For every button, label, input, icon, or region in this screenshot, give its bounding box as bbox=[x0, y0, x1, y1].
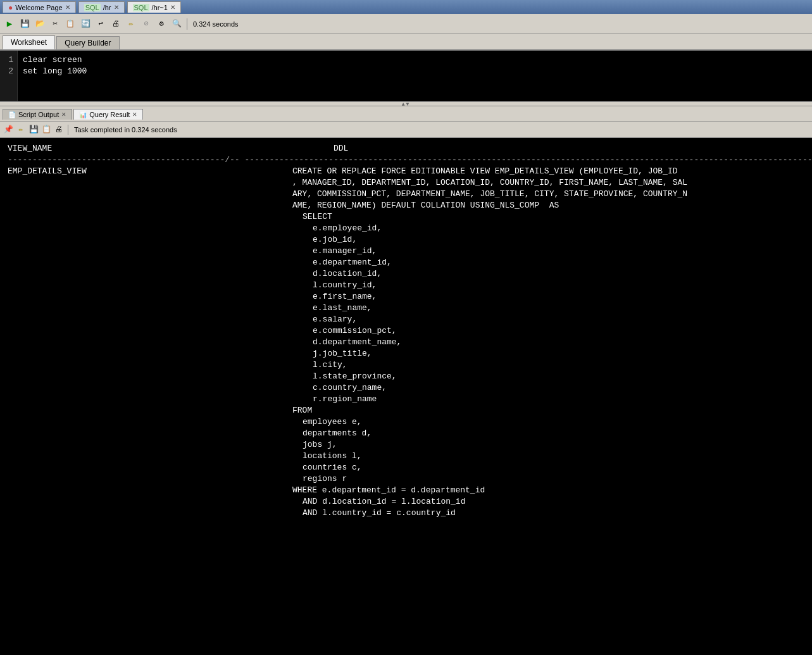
welcome-tab-label: Welcome Page bbox=[15, 4, 62, 11]
sql-line-1: clear screen bbox=[23, 54, 807, 66]
ddl-country-id: l.country_id, bbox=[8, 280, 804, 291]
close-query-result[interactable]: ✕ bbox=[132, 111, 137, 118]
welcome-icon: ● bbox=[8, 3, 13, 12]
result-area[interactable]: VIEW_NAME DDL --------------------------… bbox=[0, 138, 812, 655]
output-copy-button[interactable]: 📋 bbox=[41, 124, 52, 135]
edit-icon: ✏ bbox=[128, 19, 133, 28]
script-output-icon: 📄 bbox=[8, 111, 16, 118]
tab-hr[interactable]: SQL /hr ✕ bbox=[78, 1, 125, 13]
back-button[interactable]: ↩ bbox=[94, 17, 108, 31]
ddl-country-name: c.country_name, bbox=[8, 382, 804, 394]
tab-welcome-page[interactable]: ● Welcome Page ✕ bbox=[3, 1, 76, 13]
ddl-jobs: jobs j, bbox=[8, 439, 804, 451]
ddl-salary: e.salary, bbox=[8, 314, 804, 325]
output-panel: 📄 Script Output ✕ 📊 Query Result ✕ 📌 ✏ 💾… bbox=[0, 106, 812, 138]
settings-icon: ⚙ bbox=[159, 19, 163, 28]
tab-script-output[interactable]: 📄 Script Output ✕ bbox=[3, 109, 72, 120]
close-hr-tab[interactable]: ✕ bbox=[114, 4, 119, 11]
tab-query-builder[interactable]: Query Builder bbox=[56, 36, 119, 49]
ddl-employees: employees e, bbox=[8, 416, 804, 428]
print-button[interactable]: 🖨 bbox=[109, 17, 123, 31]
cut-button[interactable]: ✂ bbox=[48, 17, 62, 31]
query-result-icon: 📊 bbox=[79, 111, 87, 118]
output-copy-icon: 📋 bbox=[42, 125, 51, 134]
result-row-view-name: EMP_DETAILS_VIEW CREATE OR REPLACE FORCE… bbox=[8, 166, 804, 177]
ddl-region-name: r.region_name bbox=[8, 394, 804, 405]
query-result-label: Query Result bbox=[89, 111, 130, 118]
copy-button[interactable]: 📋 bbox=[63, 17, 77, 31]
pin-button[interactable]: 📌 bbox=[3, 124, 14, 135]
ddl-department-name: d.department_name, bbox=[8, 337, 804, 348]
resize-handle[interactable]: ▲▼ bbox=[0, 101, 812, 106]
save-button[interactable]: 💾 bbox=[18, 17, 32, 31]
hr1-tab-label: /hr~1 bbox=[152, 4, 168, 11]
toolbar-divider bbox=[187, 18, 187, 30]
worksheet-tab-bar: Worksheet Query Builder bbox=[0, 34, 812, 51]
ddl-from: FROM bbox=[8, 405, 804, 416]
output-edit-icon: ✏ bbox=[18, 125, 23, 134]
line-numbers: 1 2 bbox=[0, 51, 18, 101]
ddl-cell-line1: CREATE OR REPLACE FORCE EDITIONABLE VIEW… bbox=[292, 166, 678, 177]
query-builder-tab-label: Query Builder bbox=[65, 39, 111, 47]
ddl-line-2: , MANAGER_ID, DEPARTMENT_ID, LOCATION_ID… bbox=[8, 177, 804, 189]
search-button[interactable]: 🔍 bbox=[170, 17, 184, 31]
execution-time: 0.324 seconds bbox=[193, 20, 239, 28]
ddl-city: l.city, bbox=[8, 359, 804, 371]
output-save-icon: 💾 bbox=[29, 125, 39, 134]
hr-tab-label: /hr bbox=[103, 4, 111, 11]
output-edit-button[interactable]: ✏ bbox=[15, 124, 27, 135]
ddl-department-id: e.department_id, bbox=[8, 257, 804, 268]
title-bar: ● Welcome Page ✕ SQL /hr ✕ SQL /hr~1 ✕ bbox=[0, 0, 812, 14]
ddl-regions: regions r bbox=[8, 473, 804, 485]
ddl-first-name: e.first_name, bbox=[8, 291, 804, 303]
tab-query-result[interactable]: 📊 Query Result ✕ bbox=[73, 109, 143, 120]
ddl-select: SELECT bbox=[8, 211, 804, 223]
close-hr1-tab[interactable]: ✕ bbox=[170, 4, 175, 11]
hr1-icon: SQL bbox=[133, 4, 149, 11]
hr-icon: SQL bbox=[84, 4, 101, 11]
refresh-button[interactable]: 🔄 bbox=[78, 17, 92, 31]
line-num-1: 1 bbox=[4, 54, 13, 66]
ddl-and-country: AND l.country_id = c.country_id bbox=[8, 508, 804, 519]
run-button[interactable]: ▶ bbox=[3, 17, 16, 31]
sql-content[interactable]: clear screen set long 1000 bbox=[18, 51, 812, 101]
ddl-line-4: AME, REGION_NAME) DEFAULT COLLATION USIN… bbox=[8, 200, 804, 211]
tab-worksheet[interactable]: Worksheet bbox=[3, 35, 55, 49]
ddl-location-id: d.location_id, bbox=[8, 268, 804, 280]
ddl-job-title: j.job_title, bbox=[8, 348, 804, 359]
copy-icon: 📋 bbox=[66, 20, 75, 28]
output-status: Task completed in 0.324 seconds bbox=[74, 126, 177, 134]
ddl-and-location: AND d.location_id = l.location_id bbox=[8, 496, 804, 508]
ddl-last-name: e.last_name, bbox=[8, 303, 804, 314]
clear-icon: ⊘ bbox=[144, 19, 148, 28]
ddl-departments: departments d, bbox=[8, 428, 804, 439]
settings-button[interactable]: ⚙ bbox=[154, 17, 168, 31]
back-icon: ↩ bbox=[98, 19, 103, 28]
tab-hr1[interactable]: SQL /hr~1 ✕ bbox=[127, 1, 181, 13]
worksheet-tab-label: Worksheet bbox=[11, 38, 47, 47]
clear-button[interactable]: ⊘ bbox=[139, 17, 153, 31]
output-toolbar-divider bbox=[68, 125, 68, 135]
column-headers: VIEW_NAME DDL bbox=[8, 143, 804, 154]
ddl-employee-id: e.employee_id, bbox=[8, 223, 804, 234]
output-save-button[interactable]: 💾 bbox=[28, 124, 39, 135]
run-icon: ▶ bbox=[7, 18, 12, 29]
resize-dots: ▲▼ bbox=[402, 101, 411, 107]
ddl-commission-pct: e.commission_pct, bbox=[8, 325, 804, 337]
output-tab-bar: 📄 Script Output ✕ 📊 Query Result ✕ bbox=[0, 106, 812, 122]
search-icon: 🔍 bbox=[172, 19, 182, 28]
ddl-manager-id: e.manager_id, bbox=[8, 246, 804, 257]
output-print-icon: 🖨 bbox=[55, 125, 63, 134]
edit-button[interactable]: ✏ bbox=[124, 17, 138, 31]
main-toolbar: ▶ 💾 📂 ✂ 📋 🔄 ↩ 🖨 ✏ ⊘ ⚙ 🔍 0.324 seconds bbox=[0, 14, 812, 34]
script-output-label: Script Output bbox=[18, 111, 59, 118]
ddl-countries: countries c, bbox=[8, 462, 804, 473]
close-welcome-tab[interactable]: ✕ bbox=[65, 4, 70, 11]
refresh-icon: 🔄 bbox=[81, 19, 91, 28]
close-script-output[interactable]: ✕ bbox=[61, 111, 66, 118]
open-button[interactable]: 📂 bbox=[33, 17, 47, 31]
open-icon: 📂 bbox=[35, 19, 45, 28]
cut-icon: ✂ bbox=[53, 19, 57, 28]
sql-editor[interactable]: 1 2 clear screen set long 1000 bbox=[0, 51, 812, 101]
output-print-button[interactable]: 🖨 bbox=[53, 124, 65, 135]
